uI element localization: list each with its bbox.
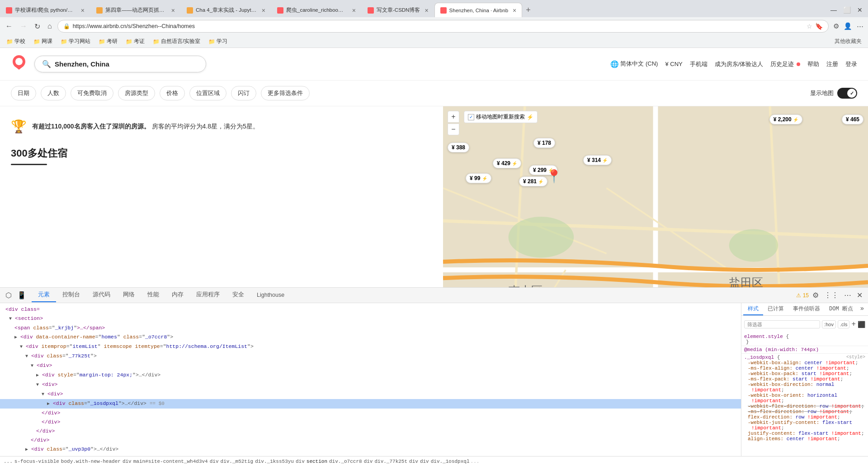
filter-date[interactable]: 日期 [11,86,36,100]
price-99[interactable]: ¥ 99 ⚡ [466,173,491,183]
bc-s-focus[interactable]: s-focus-visible [14,459,59,464]
bc-div2[interactable]: div [210,459,219,464]
price-178[interactable]: ¥ 178 [533,138,555,148]
tab-close-4[interactable]: × [352,7,356,14]
bc-div-77k25t[interactable]: div._77k25t [374,459,407,464]
history-link[interactable]: 历史足迹 [770,60,800,68]
filter-expand-icon[interactable]: ⬛ [858,321,865,328]
forward-button[interactable]: → [18,20,29,32]
help-link[interactable]: 帮助 [807,60,819,68]
bc-section[interactable]: section [307,459,327,464]
bc-div-1osdpxql[interactable]: div._1osdpxql [431,459,470,464]
bookmark-wang-ke[interactable]: 📁 网课 [31,37,55,46]
dom-line-6[interactable]: <div class="_77k25t"> [0,352,741,361]
bookmark-nlp[interactable]: 📁 自然语言/实验室 [150,37,203,46]
maximize-button[interactable]: ⬜ [841,5,853,14]
filter-more[interactable]: 更多筛选条件 [261,86,310,100]
profile-button[interactable]: 👤 [843,21,853,31]
home-button[interactable]: ⌂ [46,20,54,32]
dom-line-c3[interactable]: </div> [0,427,741,436]
devtools-tab-console[interactable]: 控制台 [56,288,86,302]
tab-4[interactable]: 爬虫_caroline_richboom的博... × [271,3,362,17]
bc-ellipsis[interactable]: ... [4,459,13,464]
dom-line-selected[interactable]: <div class="_1osdpxql">…</div> == $0 [0,399,741,409]
price-388[interactable]: ¥ 388 [448,143,469,152]
close-window-button[interactable]: ✕ [855,5,864,14]
extensions-button[interactable]: ⚙ [832,21,840,31]
bc-main[interactable]: main#site-content_wh4d3v4 [133,459,208,464]
devtools-more-button[interactable]: ⋯ [842,290,853,300]
dom-line-1[interactable]: <div class= [0,305,741,314]
tab-5[interactable]: 写文章-CSDN博客 × [362,3,434,17]
tab-1[interactable]: 学校课程/爬虫 python/课程/ × [0,3,90,17]
menu-button[interactable]: ⋯ [856,21,864,31]
bookmark-study[interactable]: 📁 学习 [206,37,230,46]
zoom-out-button[interactable]: − [448,124,459,135]
bc-div1[interactable]: div [123,459,132,464]
bookmark-more[interactable]: 其他收藏夹 [832,37,864,46]
dom-line-c4[interactable]: </div> [0,436,741,445]
price-281[interactable]: ¥ 281 ⚡ [519,176,547,186]
dom-line-7[interactable]: <div> [0,361,741,371]
filter-add-icon[interactable]: + [851,320,856,328]
rescan-checkbox[interactable]: ✓ 移动地图时重新搜索 ⚡ [464,111,538,123]
bc-div-1kss[interactable]: div._1kss53yu [255,459,294,464]
tab-3[interactable]: Cha 4_章末实战 - Jupyter N... × [181,3,271,17]
dom-line-10[interactable]: <div> [0,390,741,399]
devtools-tab-performance[interactable]: 性能 [141,288,165,302]
price-2200[interactable]: ¥ 2,200 ⚡ [769,114,802,124]
bc-div-o7ccr8[interactable]: div._o7ccr8 [329,459,362,464]
bookmark-study-site[interactable]: 📁 学习网站 [58,37,93,46]
tab-2[interactable]: 第四章——动态网页抓取 - J... × [90,3,181,17]
minimize-button[interactable]: — [829,5,839,14]
bc-div5[interactable]: div [409,459,418,464]
tab-close-2[interactable]: × [171,7,175,14]
bc-div6[interactable]: div [420,459,429,464]
dom-line-5[interactable]: <div itemprop="itemList" itemscope itemt… [0,342,741,352]
bc-body[interactable]: body.with-new-header [61,459,121,464]
styles-tab-computed[interactable]: 已计算 [763,303,788,315]
devtools-tab-security[interactable]: 安全 [226,288,250,302]
map-toggle-switch[interactable]: ✓ [837,88,857,99]
devtools-tab-lighthouse[interactable]: Lighthouse [250,289,291,302]
bookmark-icon[interactable]: 🔖 [815,23,823,30]
filter-free-cancel[interactable]: 可免费取消 [71,86,113,100]
new-tab-button[interactable]: + [522,5,534,15]
filter-cls-button[interactable]: .cls [838,320,850,328]
search-box[interactable]: 🔍 Shenzhen, China [34,56,206,72]
host-link[interactable]: 成为房东/体验达人 [715,60,764,68]
dom-line-2[interactable]: <section> [0,314,741,323]
tab-6[interactable]: Shenzhen, China · Airbnb × [434,3,523,17]
bookmark-graduate[interactable]: 📁 考研 [96,37,120,46]
dom-line-8[interactable]: <div style="margin-top: 24px;">…</div> [0,371,741,380]
back-button[interactable]: ← [4,20,14,32]
filter-area[interactable]: 位置区域 [189,86,226,100]
price-314[interactable]: ¥ 314 ⚡ [583,155,612,165]
login-link[interactable]: 登录 [845,60,857,68]
filter-pseudo-button[interactable]: :hov [822,320,836,328]
price-429[interactable]: ¥ 429 ⚡ [493,158,521,168]
filter-room-type[interactable]: 房源类型 [118,86,155,100]
responsive-button[interactable]: 📱 [15,290,28,300]
styles-tab-dom-breakpoints[interactable]: DOM 断点 [825,303,858,315]
lang-selector[interactable]: 🌐 简体中文 (CN) [610,60,658,68]
devtools-tab-sources[interactable]: 源代码 [86,288,117,302]
tab-close-3[interactable]: × [262,7,265,14]
devtools-tab-elements[interactable]: 元素 [32,288,56,302]
bc-div3[interactable]: div [296,459,305,464]
devtools-tab-application[interactable]: 应用程序 [190,288,226,302]
tab-close-6[interactable]: × [513,7,516,14]
zoom-in-button[interactable]: + [448,111,459,123]
styles-tab-more[interactable]: » [859,303,865,315]
filter-input[interactable] [744,320,820,328]
address-bar[interactable]: 🔒 https://www.airbnb.cn/s/Shenzhen--Chin… [57,20,829,33]
filter-price[interactable]: 价格 [160,86,185,100]
devtools-dock-button[interactable]: ⋮⋮ [822,290,840,300]
inspect-element-button[interactable]: ⬡ [4,290,14,300]
devtools-settings-button[interactable]: ⚙ [811,290,821,300]
filter-instant[interactable]: 闪订 [231,86,256,100]
refresh-button[interactable]: ↻ [33,20,42,33]
dom-line-uvp1[interactable]: <div class="_uvp3p0">…</div> [0,445,741,454]
devtools-close-button[interactable]: ✕ [855,290,864,300]
devtools-tab-network[interactable]: 网络 [117,288,141,302]
